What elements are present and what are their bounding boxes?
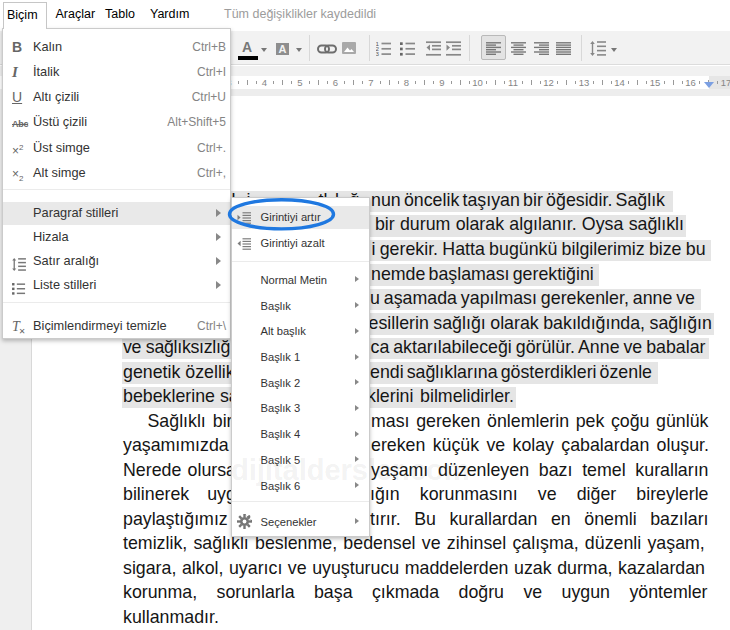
svg-text:3: 3 bbox=[376, 50, 380, 57]
